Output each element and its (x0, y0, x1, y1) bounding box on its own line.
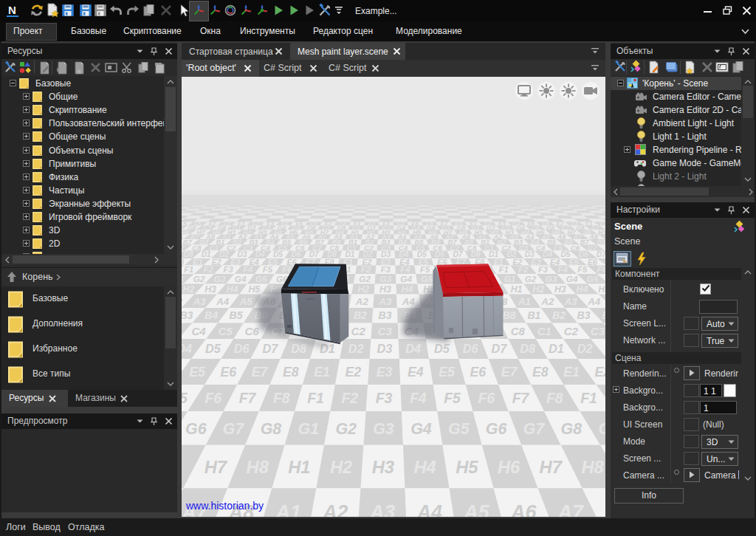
svg-text:E8: E8 (283, 365, 299, 379)
svg-text:F8: F8 (546, 390, 563, 406)
svg-text:G1: G1 (598, 420, 605, 438)
svg-text:F6: F6 (205, 390, 221, 406)
svg-text:G8: G8 (261, 420, 282, 438)
svg-text:F6: F6 (478, 390, 495, 406)
svg-text:A3: A3 (369, 501, 395, 517)
svg-text:F1: F1 (580, 390, 597, 406)
svg-text:F1: F1 (307, 390, 324, 406)
svg-text:E5: E5 (189, 365, 206, 379)
svg-text:H5: H5 (456, 457, 478, 477)
svg-text:F5: F5 (182, 390, 188, 406)
svg-text:E3: E3 (377, 365, 393, 379)
svg-text:G7: G7 (223, 420, 245, 438)
svg-text:F2: F2 (341, 390, 358, 406)
svg-text:H2: H2 (330, 457, 352, 477)
svg-text:A5: A5 (463, 501, 489, 517)
svg-text:G7: G7 (523, 420, 546, 438)
svg-text:G5: G5 (448, 420, 470, 438)
svg-text:A1: A1 (275, 501, 301, 517)
svg-text:F3: F3 (376, 390, 393, 406)
svg-text:G4: G4 (410, 420, 432, 438)
svg-text:F5: F5 (444, 390, 461, 406)
svg-text:E1: E1 (563, 365, 580, 379)
svg-text:E7: E7 (501, 365, 518, 379)
svg-text:G8: G8 (561, 420, 583, 438)
svg-text:A2: A2 (322, 501, 348, 517)
svg-text:F8: F8 (273, 390, 290, 406)
svg-text:H3: H3 (372, 457, 394, 477)
svg-text:E7: E7 (252, 365, 269, 379)
svg-text:H8: H8 (581, 457, 604, 477)
svg-text:E8: E8 (532, 365, 549, 379)
svg-text:E6: E6 (220, 365, 236, 379)
svg-text:E5: E5 (439, 365, 456, 379)
svg-text:H6: H6 (498, 457, 520, 477)
svg-text:H1: H1 (288, 457, 310, 477)
svg-text:F7: F7 (512, 390, 530, 406)
svg-text:H4: H4 (413, 457, 436, 477)
svg-text:E2: E2 (594, 365, 605, 379)
svg-text:A7: A7 (557, 501, 584, 517)
svg-text:G1: G1 (298, 420, 320, 438)
svg-text:A4: A4 (416, 501, 442, 517)
svg-text:G2: G2 (335, 420, 357, 438)
svg-text:E2: E2 (345, 365, 361, 379)
svg-text:E1: E1 (314, 365, 330, 379)
svg-text:H7: H7 (205, 457, 228, 477)
svg-text:G6: G6 (486, 420, 508, 438)
svg-text:F7: F7 (239, 390, 257, 406)
svg-text:H7: H7 (540, 457, 563, 477)
svg-text:G6: G6 (185, 420, 207, 438)
svg-text:A6: A6 (510, 501, 537, 517)
svg-text:H8: H8 (246, 457, 269, 477)
svg-text:E4: E4 (408, 365, 424, 379)
svg-text:F4: F4 (410, 390, 427, 406)
svg-text:G3: G3 (373, 420, 394, 438)
svg-text:E6: E6 (470, 365, 486, 379)
